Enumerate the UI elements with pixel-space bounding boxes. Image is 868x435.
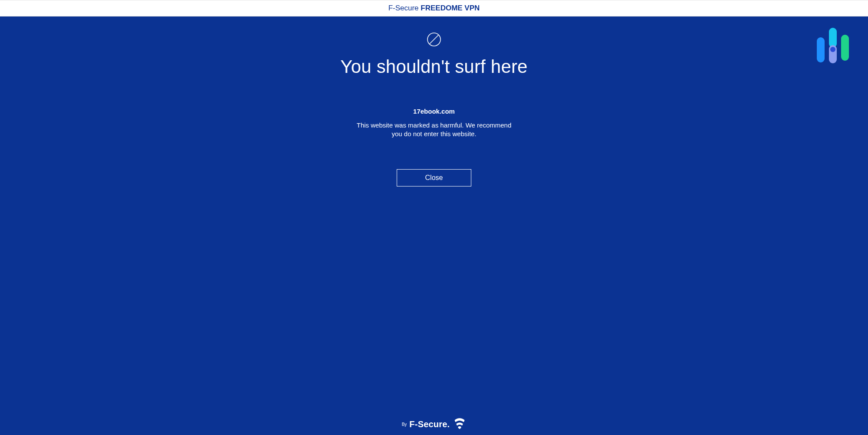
header-bar: F-Secure FREEDOME VPN	[0, 0, 868, 16]
footer-by-label: By	[402, 422, 407, 427]
blocked-domain: 17ebook.com	[413, 108, 455, 115]
svg-rect-2	[829, 45, 837, 63]
warning-heading: You shouldn't surf here	[340, 56, 527, 77]
decorative-bars-icon	[813, 24, 857, 68]
svg-rect-4	[841, 35, 849, 61]
fsecure-logo-icon	[453, 417, 466, 432]
footer-brand: F-Secure.	[409, 419, 450, 429]
brand-prefix: F-Secure	[388, 4, 421, 12]
footer: By F-Secure.	[0, 417, 868, 432]
warning-panel: You shouldn't surf here 17ebook.com This…	[0, 16, 868, 435]
prohibited-icon	[427, 32, 441, 47]
svg-rect-0	[817, 37, 825, 62]
warning-explanation: This website was marked as harmful. We r…	[356, 121, 512, 139]
close-button[interactable]: Close	[397, 169, 471, 186]
svg-line-6	[430, 35, 438, 44]
brand-product: FREEDOME VPN	[421, 4, 480, 12]
svg-rect-1	[829, 28, 837, 48]
svg-point-3	[830, 47, 835, 52]
